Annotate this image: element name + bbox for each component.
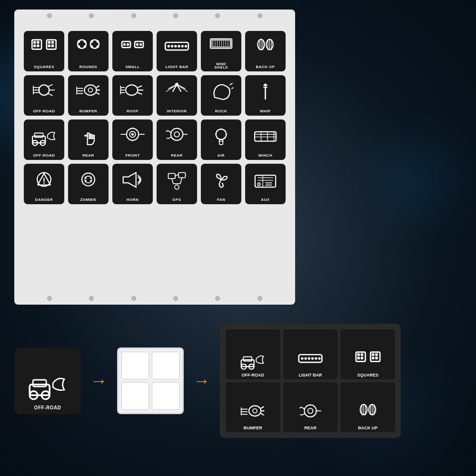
svg-rect-154 (357, 357, 359, 359)
switch-lightbar[interactable]: LIGHT BAR (283, 329, 338, 379)
svg-rect-157 (375, 353, 377, 356)
switch-offroad[interactable]: OFF-ROAD (226, 329, 280, 379)
svg-point-17 (97, 40, 99, 43)
danger-label: DANGER (35, 198, 53, 202)
sticker-rear[interactable]: REAR (157, 119, 197, 160)
sticker-air[interactable]: AIR (201, 119, 241, 160)
sticker-grid: SQUARES ROUNDS SMALL LIGHT BAR WIND SHIE… (24, 31, 286, 204)
danger-icon (25, 166, 63, 197)
svg-point-32 (185, 45, 187, 47)
slot-3 (121, 382, 149, 410)
svg-point-28 (171, 45, 173, 47)
svg-rect-7 (51, 41, 54, 43)
switch-rear[interactable]: REAR (283, 382, 338, 432)
sticker-zombie[interactable]: ZOMBIE (68, 164, 109, 204)
svg-point-16 (90, 40, 93, 43)
svg-line-57 (47, 85, 53, 87)
rock-label: ROCK (215, 109, 228, 114)
sticker-rock[interactable]: ROCK (201, 75, 241, 116)
svg-rect-153 (360, 353, 363, 356)
svg-point-127 (220, 178, 222, 180)
sticker-backup[interactable]: BACK UP (245, 31, 286, 71)
sticker-squares[interactable]: SQUARES (24, 31, 64, 71)
sticker-interior[interactable]: INTERIOR (157, 75, 197, 116)
svg-point-146 (308, 357, 310, 359)
sticker-horn[interactable]: HORN (112, 164, 153, 204)
small-icon (114, 33, 151, 64)
sticker-small[interactable]: SMALL (112, 31, 153, 71)
svg-rect-152 (357, 353, 359, 356)
sticker-offroad[interactable]: OFF-ROAD (24, 119, 64, 160)
svg-line-68 (97, 93, 99, 95)
svg-point-29 (174, 45, 177, 47)
svg-line-76 (138, 93, 142, 95)
svg-line-85 (231, 88, 234, 89)
svg-point-25 (139, 43, 142, 46)
rounds-label: ROUNDS (79, 65, 98, 69)
svg-point-100 (171, 129, 183, 140)
svg-rect-120 (169, 173, 175, 178)
svg-rect-138 (33, 380, 46, 387)
bottom-section: OFF-ROAD → → OFF-ROAD (14, 300, 462, 462)
sticker-aux[interactable]: AUX (245, 164, 286, 204)
svg-point-145 (304, 357, 307, 359)
svg-rect-142 (244, 357, 252, 361)
sticker-lightbar[interactable]: LIGHT BAR (157, 31, 197, 71)
sticker-rounds[interactable]: ROUNDS (68, 31, 109, 71)
switch-squares[interactable]: SQUARES (340, 329, 395, 379)
sticker-winch[interactable]: WINCH (245, 119, 286, 160)
svg-rect-122 (178, 173, 185, 178)
svg-point-65 (89, 88, 93, 92)
svg-point-119 (85, 176, 91, 183)
sticker-sheet: SQUARES ROUNDS SMALL LIGHT BAR WIND SHIE… (14, 10, 295, 305)
svg-point-118 (82, 173, 95, 186)
switch-backup[interactable]: BACK UP (340, 382, 395, 432)
sticker-rear-hand[interactable]: REAR (68, 119, 109, 160)
svg-line-166 (261, 407, 264, 408)
squares-label: SQUARES (34, 65, 54, 69)
horn-label: HORN (127, 198, 139, 202)
switch-rear-label: REAR (304, 426, 317, 430)
svg-point-117 (43, 183, 45, 184)
slot-1 (121, 352, 149, 379)
svg-rect-106 (255, 132, 276, 141)
sticker-gps[interactable]: GPS (157, 164, 197, 204)
single-sticker-label: OFF-ROAD (34, 405, 61, 410)
rear-label: REAR (171, 154, 183, 158)
switch-bumper[interactable]: BUMPER (226, 382, 280, 432)
svg-point-18 (90, 45, 93, 48)
svg-point-27 (168, 45, 170, 47)
sticker-danger[interactable]: DANGER (24, 164, 64, 204)
svg-line-168 (261, 414, 264, 416)
whip-icon (247, 78, 284, 109)
lightbar-icon (158, 33, 196, 64)
hole-5 (215, 13, 220, 18)
switch-squares-label: SQUARES (357, 373, 378, 377)
winch-icon (247, 122, 284, 153)
svg-point-126 (175, 185, 179, 189)
sticker-whip[interactable]: WHIP (245, 75, 286, 116)
aux-icon (247, 166, 284, 197)
sticker-offroad-light[interactable]: OFF-ROAD (24, 75, 64, 116)
interior-label: INTERIOR (167, 109, 187, 114)
svg-line-66 (97, 86, 99, 88)
slot-4 (152, 382, 179, 410)
switch-backup-label: BACK UP (358, 426, 377, 430)
sticker-bumper[interactable]: BUMPER (68, 75, 109, 116)
svg-rect-158 (372, 357, 374, 359)
front-label: FRONT (125, 154, 139, 158)
hole-3 (131, 13, 136, 18)
single-sticker-offroad[interactable]: OFF-ROAD (14, 347, 81, 414)
mounting-holes-top (14, 10, 295, 22)
roof-icon (114, 78, 151, 109)
svg-point-31 (181, 45, 184, 47)
svg-rect-9 (51, 45, 54, 47)
sticker-windshield[interactable]: WIND SHIELD (201, 31, 241, 71)
svg-point-73 (126, 85, 138, 95)
svg-point-23 (127, 43, 129, 46)
sticker-roof[interactable]: ROOF (112, 75, 153, 116)
lightbar-label: LIGHT BAR (165, 65, 188, 69)
svg-line-59 (47, 93, 53, 96)
sticker-fan[interactable]: FAN (201, 164, 241, 204)
sticker-front[interactable]: FRONT (112, 119, 153, 160)
